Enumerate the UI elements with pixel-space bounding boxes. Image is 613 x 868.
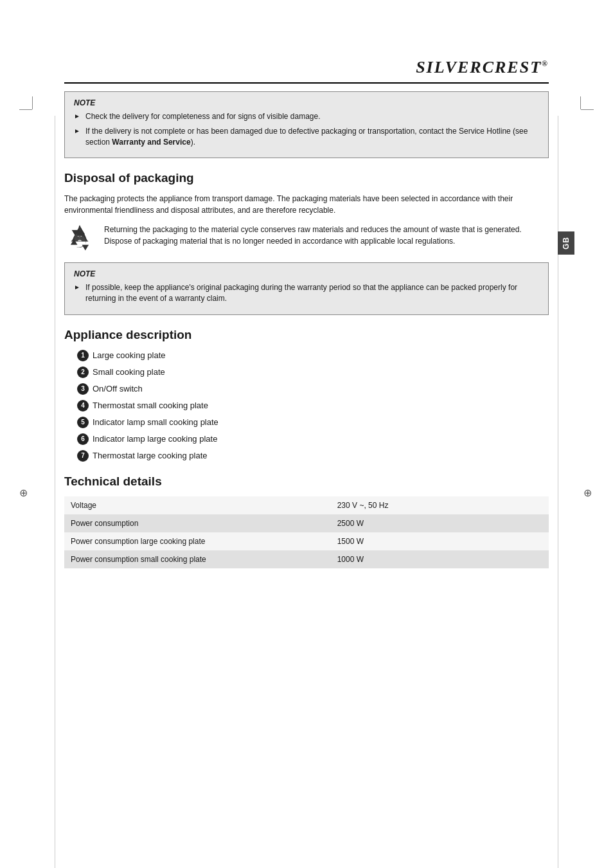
technical-heading: Technical details — [64, 475, 549, 489]
appliance-section: Appliance description 1 Large cooking pl… — [64, 328, 549, 462]
registration-mark-right — [583, 487, 594, 497]
item-label-7: Thermostat large cooking plate — [93, 451, 207, 460]
page-container: GB SILVERCREST® NOTE Check the delivery … — [0, 58, 613, 868]
item-number-2: 2 — [77, 366, 89, 378]
recycle-icon — [64, 224, 95, 255]
note-list: Check the delivery for completeness and … — [74, 111, 539, 147]
list-item: 7 Thermostat large cooking plate — [77, 450, 549, 462]
table-row: Power consumption small cooking plate 10… — [64, 550, 549, 568]
disposal-text-2: Returning the packaging to the material … — [104, 224, 549, 247]
disposal-section: Disposal of packaging The packaging prot… — [64, 171, 549, 315]
table-cell-value: 2500 W — [331, 514, 549, 532]
appliance-list: 1 Large cooking plate 2 Small cooking pl… — [77, 350, 549, 462]
item-number-3: 3 — [77, 383, 89, 395]
note-item-2: If the delivery is not complete or has b… — [74, 126, 539, 148]
technical-table: Voltage 230 V ~, 50 Hz Power consumption… — [64, 496, 549, 568]
list-item: 4 Thermostat small cooking plate — [77, 400, 549, 411]
table-cell-label: Voltage — [64, 496, 331, 514]
disposal-text-1: The packaging protects the appliance fro… — [64, 193, 549, 216]
crop-mark — [19, 109, 32, 110]
table-cell-label: Power consumption small cooking plate — [64, 550, 331, 568]
list-item: 5 Indicator lamp small cooking plate — [77, 417, 549, 428]
note-box-packaging: NOTE If possible, keep the appliance's o… — [64, 262, 549, 315]
warranty-bold: Warranty and Service — [112, 138, 190, 147]
item-label-5: Indicator lamp small cooking plate — [93, 417, 218, 427]
note-list-2: If possible, keep the appliance's origin… — [74, 282, 539, 304]
main-content: GB SILVERCREST® NOTE Check the delivery … — [64, 58, 549, 568]
crop-mark — [581, 109, 594, 110]
right-border — [558, 116, 558, 868]
technical-section: Technical details Voltage 230 V ~, 50 Hz… — [64, 475, 549, 568]
crop-mark — [580, 96, 581, 109]
brand-logo: SILVERCREST® — [64, 58, 549, 84]
list-item: 3 On/Off switch — [77, 383, 549, 395]
table-row: Voltage 230 V ~, 50 Hz — [64, 496, 549, 514]
item-label-4: Thermostat small cooking plate — [93, 401, 208, 410]
note-item-1: Check the delivery for completeness and … — [74, 111, 539, 122]
list-item: 6 Indicator lamp large cooking plate — [77, 433, 549, 445]
appliance-heading: Appliance description — [64, 328, 549, 342]
table-cell-value: 1000 W — [331, 550, 549, 568]
note-title-2: NOTE — [74, 269, 539, 278]
item-number-4: 4 — [77, 400, 89, 411]
item-number-7: 7 — [77, 450, 89, 462]
item-number-6: 6 — [77, 433, 89, 445]
item-label-1: Large cooking plate — [93, 350, 165, 360]
list-item: 1 Large cooking plate — [77, 350, 549, 361]
disposal-heading: Disposal of packaging — [64, 171, 549, 185]
table-cell-value: 230 V ~, 50 Hz — [331, 496, 549, 514]
item-label-2: Small cooking plate — [93, 367, 165, 377]
note-item-packaging: If possible, keep the appliance's origin… — [74, 282, 539, 304]
language-tab: GB — [558, 231, 574, 255]
table-cell-value: 1500 W — [331, 532, 549, 550]
brand-name: SILVERCREST® — [416, 58, 549, 77]
recycle-row: Returning the packaging to the material … — [64, 224, 549, 255]
left-border — [55, 116, 55, 868]
crop-mark — [32, 96, 33, 109]
item-label-3: On/Off switch — [93, 384, 143, 393]
table-row: Power consumption large cooking plate 15… — [64, 532, 549, 550]
table-cell-label: Power consumption large cooking plate — [64, 532, 331, 550]
list-item: 2 Small cooking plate — [77, 366, 549, 378]
item-number-1: 1 — [77, 350, 89, 361]
registration-mark-left — [19, 487, 30, 497]
note-box-delivery: NOTE Check the delivery for completeness… — [64, 91, 549, 158]
table-row: Power consumption 2500 W — [64, 514, 549, 532]
note-title: NOTE — [74, 98, 539, 107]
table-cell-label: Power consumption — [64, 514, 331, 532]
item-number-5: 5 — [77, 417, 89, 428]
item-label-6: Indicator lamp large cooking plate — [93, 434, 217, 444]
